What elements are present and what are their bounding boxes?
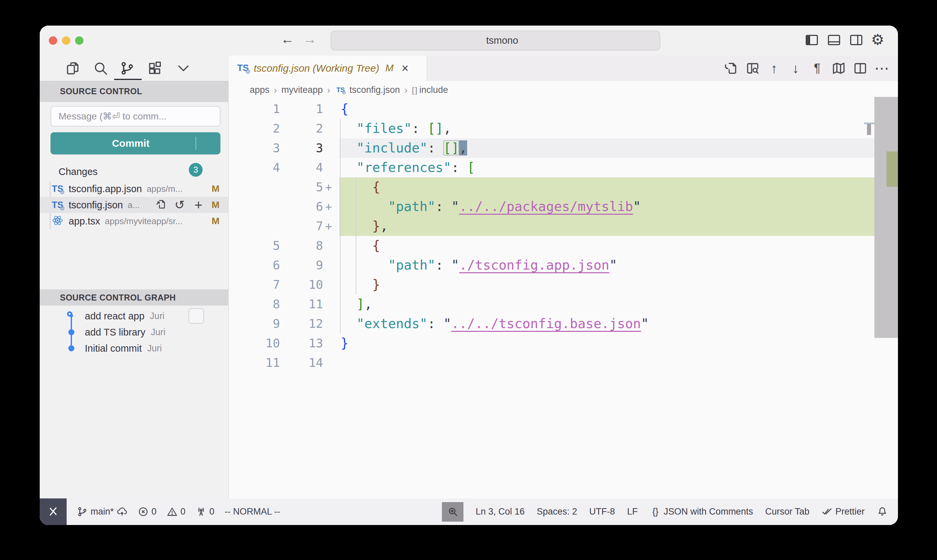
source-control-graph-header[interactable]: SOURCE CONTROL GRAPH	[40, 289, 228, 306]
minimize-window-button[interactable]	[62, 36, 70, 45]
commit-author: Juri	[150, 311, 165, 322]
side-by-side-search-icon[interactable]	[745, 61, 760, 76]
code-line-10[interactable]: 710 }	[229, 275, 898, 294]
indent-guide	[356, 177, 357, 294]
code-line-7[interactable]: 7+ },	[229, 216, 898, 236]
status-notifications[interactable]	[877, 506, 888, 517]
change-row-tsconfig.json[interactable]: TS⚙tsconfig.jsona...↺+M	[40, 197, 228, 213]
next-change-arrow-down-icon[interactable]: ↓	[788, 61, 803, 76]
close-icon[interactable]: ×	[402, 62, 409, 74]
status-label: LF	[627, 506, 638, 517]
map-icon[interactable]	[831, 61, 846, 76]
change-row-app.tsx[interactable]: app.tsxapps/myviteapp/sr...M	[40, 213, 228, 229]
commit-row-add-TS-library[interactable]: add TS libraryJuri	[40, 324, 228, 340]
forward-button[interactable]: →	[302, 32, 318, 47]
search-icon	[472, 36, 483, 46]
layout-sidebar-right-icon[interactable]	[849, 32, 864, 47]
source-control-title: SOURCE CONTROL	[60, 86, 142, 96]
split-editor-icon[interactable]	[853, 61, 868, 76]
back-button[interactable]: ←	[279, 32, 295, 47]
layout-panel-icon[interactable]	[826, 32, 842, 47]
commit-message-input[interactable]	[58, 111, 201, 122]
status-label: 0	[180, 506, 185, 517]
code-line-2[interactable]: 22 "files": [],	[229, 119, 898, 138]
code-line-9[interactable]: 69 "path": "./tsconfig.app.json"	[229, 255, 898, 275]
whitespace-pilcrow-icon[interactable]: ¶	[810, 61, 825, 76]
activity-extensions-icon[interactable]	[147, 61, 163, 76]
tab-tsconfig-json[interactable]: TS⚙ tsconfig.json (Working Tree) M ×	[229, 55, 428, 81]
discard-button[interactable]: ↺	[174, 199, 185, 211]
breadcrumb-label: tsconfig.json	[349, 85, 400, 95]
status-label: -- NORMAL --	[225, 506, 280, 517]
editor-pane[interactable]: 11{22 "files": [],33 "include": [],44 "r…	[229, 99, 898, 498]
chevron-separator-icon: ›	[274, 85, 277, 95]
code-line-4[interactable]: 44 "references": [	[229, 158, 898, 177]
editor-scrollbar[interactable]	[874, 97, 898, 338]
command-center-search[interactable]: tsmono	[331, 31, 660, 51]
goto-current-commit-button[interactable]	[188, 308, 204, 324]
status-cursor-position[interactable]: Ln 3, Col 16	[475, 506, 525, 517]
code-line-6[interactable]: 6+ "path": "../../packages/mytslib"	[229, 197, 898, 216]
open-changes-icon[interactable]	[724, 61, 739, 76]
commit-dropdown-button[interactable]	[196, 138, 220, 148]
status-errors[interactable]: 0	[138, 506, 157, 517]
code-line-14[interactable]: 1114	[229, 353, 898, 372]
open-changes-icon	[724, 61, 739, 76]
line-content: "include": [],	[339, 138, 874, 158]
source-control-header[interactable]: SOURCE CONTROL	[40, 81, 228, 102]
active-view-underline	[114, 79, 142, 80]
line-content: }	[339, 275, 874, 294]
changes-section-header[interactable]: Changes 3	[40, 164, 228, 179]
status-indentation[interactable]: Spaces: 2	[537, 506, 577, 517]
breadcrumb-item-include[interactable]: [ ]include	[412, 85, 448, 95]
remote-indicator[interactable]	[40, 498, 67, 525]
next-change-arrow-down-icon: ↓	[788, 61, 803, 76]
zoom-window-button[interactable]	[75, 36, 83, 45]
changes-label: Changes	[58, 166, 98, 177]
braces-icon: {}	[650, 506, 661, 517]
titlebar: ← → tsmono ⚙	[40, 26, 898, 55]
status-eol[interactable]: LF	[627, 506, 638, 517]
status-cursor-tab[interactable]: Cursor Tab	[765, 506, 809, 517]
change-row-tsconfig.app.json[interactable]: TS⚙tsconfig.app.jsonapps/m...M	[40, 181, 228, 197]
commit-message: Initial commit	[85, 343, 142, 354]
status-warnings[interactable]: 0	[166, 506, 185, 517]
activity-source-control-icon[interactable]	[120, 61, 135, 76]
status-encoding[interactable]: UTF-8	[589, 506, 615, 517]
line-number: 8	[280, 236, 323, 255]
typescript-config-icon: TS⚙	[237, 63, 249, 74]
status-zoom-indicator[interactable]	[442, 502, 463, 522]
code-line-1[interactable]: 11{	[229, 99, 898, 119]
code-line-13[interactable]: 1013}	[229, 334, 898, 353]
previous-change-arrow-up-icon[interactable]: ↑	[767, 61, 782, 76]
commit-row-Initial-commit[interactable]: Initial commitJuri	[40, 340, 228, 356]
breadcrumb-item-tsconfig-json[interactable]: TS⚙tsconfig.json	[335, 85, 400, 96]
activity-chevron-down-icon[interactable]	[176, 61, 191, 76]
more-ellipsis-icon[interactable]: ⋯	[874, 61, 889, 76]
breadcrumb-item-myviteapp[interactable]: myviteapp	[282, 85, 323, 95]
file-path: apps/myviteapp/sr...	[105, 216, 183, 226]
old-line-number: 7	[229, 275, 280, 294]
sparkle-icon[interactable]	[201, 111, 213, 123]
commit-button[interactable]: Commit	[51, 132, 220, 154]
status-ports[interactable]: 0	[195, 506, 214, 517]
breadcrumb-item-apps[interactable]: apps	[250, 85, 269, 95]
code-line-5[interactable]: 5+ {	[229, 177, 898, 197]
activity-copy-pages-icon[interactable]	[65, 61, 80, 76]
status-formatter[interactable]: Prettier	[822, 506, 865, 517]
status-vim-mode[interactable]: -- NORMAL --	[225, 506, 280, 517]
open-file-button[interactable]	[155, 199, 166, 211]
close-window-button[interactable]	[49, 36, 57, 45]
settings-gear-icon[interactable]: ⚙	[871, 32, 886, 47]
status-language-mode[interactable]: {}JSON with Comments	[650, 506, 753, 517]
stage-plus-button[interactable]: +	[193, 199, 204, 211]
code-line-12[interactable]: 912 "extends": "../../tsconfig.base.json…	[229, 314, 898, 334]
activity-search-icon[interactable]	[93, 61, 108, 76]
code-line-11[interactable]: 811 ],	[229, 294, 898, 314]
code-line-3[interactable]: 33 "include": [],	[229, 138, 898, 158]
code-line-8[interactable]: 58 {	[229, 236, 898, 255]
status-branch-status[interactable]: main*	[77, 506, 128, 517]
layout-sidebar-left-icon[interactable]	[805, 32, 819, 47]
commit-message: add TS library	[85, 327, 145, 338]
vscode-window: ← → tsmono ⚙ TS⚙ tsconfig.json (Working …	[40, 26, 898, 525]
